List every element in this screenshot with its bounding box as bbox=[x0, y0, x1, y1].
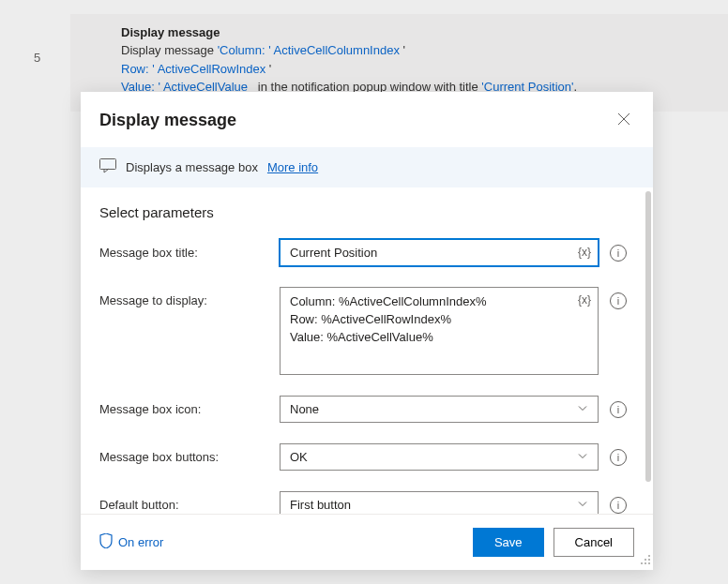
label-message-box-title: Message box title: bbox=[99, 239, 268, 260]
field-message-box-icon: Message box icon: None i bbox=[99, 396, 634, 423]
select-message-box-icon[interactable]: None bbox=[280, 396, 599, 423]
label-message-box-buttons: Message box buttons: bbox=[99, 443, 268, 464]
field-message-box-title: Message box title: {x} i bbox=[99, 239, 634, 266]
svg-point-5 bbox=[648, 562, 650, 564]
info-banner: Displays a message box More info bbox=[81, 147, 653, 187]
message-box-icon bbox=[99, 158, 116, 176]
input-message-box-title[interactable] bbox=[280, 239, 599, 266]
chevron-down-icon bbox=[577, 402, 588, 416]
label-message-to-display: Message to display: bbox=[99, 287, 268, 307]
scrollbar[interactable] bbox=[645, 191, 651, 482]
section-title: Select parameters bbox=[99, 204, 634, 220]
info-icon[interactable]: i bbox=[610, 292, 627, 309]
on-error-link[interactable]: On error bbox=[99, 533, 163, 551]
svg-point-7 bbox=[641, 562, 643, 564]
step-title: Display message bbox=[121, 25, 711, 39]
cancel-button[interactable]: Cancel bbox=[554, 528, 634, 557]
info-icon[interactable]: i bbox=[610, 245, 627, 262]
on-error-label: On error bbox=[118, 535, 163, 549]
step-number: 5 bbox=[34, 51, 40, 65]
parameters-panel: Select parameters Message box title: {x}… bbox=[81, 187, 653, 514]
field-message-to-display: Message to display: Column: %ActiveCellC… bbox=[99, 287, 634, 375]
input-message-to-display[interactable]: Column: %ActiveCellColumnIndex% Row: %Ac… bbox=[280, 287, 599, 375]
resize-grip-icon[interactable] bbox=[640, 554, 651, 568]
field-default-button: Default button: First button i bbox=[99, 491, 634, 514]
select-message-box-buttons[interactable]: OK bbox=[280, 443, 599, 471]
banner-text: Displays a message box bbox=[126, 160, 258, 174]
save-button[interactable]: Save bbox=[473, 528, 544, 557]
chevron-down-icon bbox=[577, 498, 588, 512]
svg-rect-1 bbox=[100, 159, 116, 170]
field-message-box-buttons: Message box buttons: OK i bbox=[99, 443, 634, 471]
close-icon[interactable] bbox=[614, 109, 634, 132]
label-message-box-icon: Message box icon: bbox=[99, 396, 268, 416]
svg-point-3 bbox=[648, 559, 650, 561]
dialog-footer: On error Save Cancel bbox=[81, 514, 653, 570]
svg-point-2 bbox=[648, 555, 650, 557]
dialog-header: Display message bbox=[81, 92, 653, 147]
info-icon[interactable]: i bbox=[610, 449, 627, 466]
step-description: Display message 'Column: ' ActiveCellCol… bbox=[121, 41, 711, 97]
shield-icon bbox=[99, 533, 113, 551]
info-icon[interactable]: i bbox=[610, 401, 627, 418]
select-default-button[interactable]: First button bbox=[280, 491, 599, 514]
variable-picker-icon[interactable]: {x} bbox=[578, 293, 591, 307]
info-icon[interactable]: i bbox=[610, 497, 627, 514]
dialog-title: Display message bbox=[99, 111, 236, 130]
more-info-link[interactable]: More info bbox=[267, 160, 318, 174]
display-message-dialog: Display message Displays a message box M… bbox=[81, 92, 653, 570]
variable-picker-icon[interactable]: {x} bbox=[578, 246, 591, 259]
svg-point-6 bbox=[645, 562, 646, 564]
chevron-down-icon bbox=[577, 450, 588, 464]
label-default-button: Default button: bbox=[99, 491, 268, 512]
svg-point-4 bbox=[645, 559, 646, 561]
